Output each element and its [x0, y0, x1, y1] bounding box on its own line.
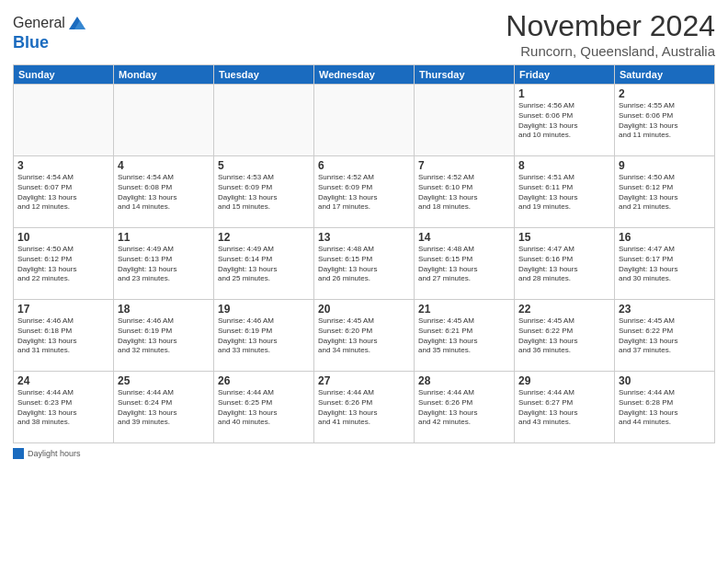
- calendar-header-friday: Friday: [515, 65, 615, 85]
- calendar-day: 15Sunrise: 4:47 AM Sunset: 6:16 PM Dayli…: [515, 228, 615, 300]
- day-number: 26: [218, 374, 310, 387]
- day-number: 5: [218, 159, 310, 172]
- calendar-week-row: 24Sunrise: 4:44 AM Sunset: 6:23 PM Dayli…: [14, 372, 715, 443]
- calendar-day: [415, 85, 515, 156]
- calendar-day: 20Sunrise: 4:45 AM Sunset: 6:20 PM Dayli…: [314, 300, 415, 372]
- calendar-week-row: 3Sunrise: 4:54 AM Sunset: 6:07 PM Daylig…: [14, 156, 715, 228]
- legend-box: [13, 448, 24, 459]
- calendar-day: 2Sunrise: 4:55 AM Sunset: 6:06 PM Daylig…: [615, 85, 715, 156]
- calendar-header-thursday: Thursday: [415, 65, 515, 85]
- title-block: November 2024 Runcorn, Queensland, Austr…: [506, 9, 715, 59]
- calendar-day: 12Sunrise: 4:49 AM Sunset: 6:14 PM Dayli…: [214, 228, 314, 300]
- day-info: Sunrise: 4:52 AM Sunset: 6:09 PM Dayligh…: [318, 173, 410, 213]
- day-info: Sunrise: 4:55 AM Sunset: 6:06 PM Dayligh…: [619, 101, 711, 141]
- legend-label: Daylight hours: [28, 449, 81, 458]
- day-info: Sunrise: 4:48 AM Sunset: 6:15 PM Dayligh…: [418, 245, 510, 284]
- day-number: 17: [17, 303, 109, 316]
- day-number: 20: [318, 303, 410, 316]
- day-info: Sunrise: 4:44 AM Sunset: 6:28 PM Dayligh…: [619, 388, 711, 428]
- day-info: Sunrise: 4:52 AM Sunset: 6:10 PM Dayligh…: [418, 173, 510, 213]
- location: Runcorn, Queensland, Australia: [506, 43, 715, 59]
- day-info: Sunrise: 4:54 AM Sunset: 6:08 PM Dayligh…: [118, 173, 210, 213]
- calendar-day: 19Sunrise: 4:46 AM Sunset: 6:19 PM Dayli…: [214, 300, 314, 372]
- day-number: 22: [518, 303, 610, 316]
- day-info: Sunrise: 4:51 AM Sunset: 6:11 PM Dayligh…: [518, 173, 610, 213]
- day-info: Sunrise: 4:46 AM Sunset: 6:18 PM Dayligh…: [17, 316, 109, 356]
- day-number: 15: [518, 231, 610, 244]
- calendar-day: 21Sunrise: 4:45 AM Sunset: 6:21 PM Dayli…: [415, 300, 515, 372]
- day-info: Sunrise: 4:44 AM Sunset: 6:25 PM Dayligh…: [218, 388, 310, 428]
- day-info: Sunrise: 4:45 AM Sunset: 6:20 PM Dayligh…: [318, 316, 410, 356]
- day-number: 24: [17, 374, 109, 387]
- day-number: 2: [619, 87, 711, 100]
- calendar-week-row: 1Sunrise: 4:56 AM Sunset: 6:06 PM Daylig…: [14, 85, 715, 156]
- calendar-day: [314, 85, 415, 156]
- calendar-day: 6Sunrise: 4:52 AM Sunset: 6:09 PM Daylig…: [314, 156, 415, 228]
- logo-blue-text: Blue: [13, 33, 49, 52]
- calendar-day: 23Sunrise: 4:45 AM Sunset: 6:22 PM Dayli…: [615, 300, 715, 372]
- calendar-header-wednesday: Wednesday: [314, 65, 415, 85]
- calendar-day: 24Sunrise: 4:44 AM Sunset: 6:23 PM Dayli…: [14, 372, 114, 443]
- day-number: 7: [418, 159, 510, 172]
- day-info: Sunrise: 4:45 AM Sunset: 6:21 PM Dayligh…: [418, 316, 510, 356]
- day-number: 16: [619, 231, 711, 244]
- day-number: 12: [218, 231, 310, 244]
- calendar-day: 3Sunrise: 4:54 AM Sunset: 6:07 PM Daylig…: [14, 156, 114, 228]
- calendar-day: 18Sunrise: 4:46 AM Sunset: 6:19 PM Dayli…: [114, 300, 214, 372]
- day-info: Sunrise: 4:49 AM Sunset: 6:14 PM Dayligh…: [218, 245, 310, 284]
- day-info: Sunrise: 4:44 AM Sunset: 6:26 PM Dayligh…: [418, 388, 510, 428]
- day-number: 21: [418, 303, 510, 316]
- day-number: 27: [318, 374, 410, 387]
- day-info: Sunrise: 4:47 AM Sunset: 6:17 PM Dayligh…: [619, 245, 711, 284]
- calendar-day: [214, 85, 314, 156]
- day-info: Sunrise: 4:47 AM Sunset: 6:16 PM Dayligh…: [518, 245, 610, 284]
- month-title: November 2024: [506, 9, 715, 43]
- calendar-day: 9Sunrise: 4:50 AM Sunset: 6:12 PM Daylig…: [615, 156, 715, 228]
- calendar-day: 14Sunrise: 4:48 AM Sunset: 6:15 PM Dayli…: [415, 228, 515, 300]
- day-number: 28: [418, 374, 510, 387]
- day-number: 1: [518, 87, 610, 100]
- day-info: Sunrise: 4:45 AM Sunset: 6:22 PM Dayligh…: [619, 316, 711, 356]
- day-number: 29: [518, 374, 610, 387]
- calendar-day: 10Sunrise: 4:50 AM Sunset: 6:12 PM Dayli…: [14, 228, 114, 300]
- calendar-day: 7Sunrise: 4:52 AM Sunset: 6:10 PM Daylig…: [415, 156, 515, 228]
- calendar-week-row: 10Sunrise: 4:50 AM Sunset: 6:12 PM Dayli…: [14, 228, 715, 300]
- day-info: Sunrise: 4:48 AM Sunset: 6:15 PM Dayligh…: [318, 245, 410, 284]
- day-number: 8: [518, 159, 610, 172]
- calendar-day: 28Sunrise: 4:44 AM Sunset: 6:26 PM Dayli…: [415, 372, 515, 443]
- calendar-day: 11Sunrise: 4:49 AM Sunset: 6:13 PM Dayli…: [114, 228, 214, 300]
- day-number: 30: [619, 374, 711, 387]
- day-info: Sunrise: 4:44 AM Sunset: 6:24 PM Dayligh…: [118, 388, 210, 428]
- calendar-week-row: 17Sunrise: 4:46 AM Sunset: 6:18 PM Dayli…: [14, 300, 715, 372]
- calendar-day: 5Sunrise: 4:53 AM Sunset: 6:09 PM Daylig…: [214, 156, 314, 228]
- day-number: 3: [17, 159, 109, 172]
- calendar-day: 22Sunrise: 4:45 AM Sunset: 6:22 PM Dayli…: [515, 300, 615, 372]
- day-number: 18: [118, 303, 210, 316]
- day-number: 14: [418, 231, 510, 244]
- logo: General Blue: [13, 13, 87, 52]
- day-number: 4: [118, 159, 210, 172]
- day-info: Sunrise: 4:44 AM Sunset: 6:23 PM Dayligh…: [17, 388, 109, 428]
- day-number: 9: [619, 159, 711, 172]
- calendar-day: 4Sunrise: 4:54 AM Sunset: 6:08 PM Daylig…: [114, 156, 214, 228]
- day-number: 23: [619, 303, 711, 316]
- calendar-day: [114, 85, 214, 156]
- calendar-header-tuesday: Tuesday: [214, 65, 314, 85]
- day-number: 13: [318, 231, 410, 244]
- calendar-day: [14, 85, 114, 156]
- calendar-day: 13Sunrise: 4:48 AM Sunset: 6:15 PM Dayli…: [314, 228, 415, 300]
- calendar-day: 25Sunrise: 4:44 AM Sunset: 6:24 PM Dayli…: [114, 372, 214, 443]
- header: General Blue November 2024 Runcorn, Quee…: [13, 9, 715, 59]
- calendar-header-saturday: Saturday: [615, 65, 715, 85]
- day-info: Sunrise: 4:50 AM Sunset: 6:12 PM Dayligh…: [619, 173, 711, 213]
- day-number: 6: [318, 159, 410, 172]
- calendar-day: 17Sunrise: 4:46 AM Sunset: 6:18 PM Dayli…: [14, 300, 114, 372]
- logo-icon: [67, 13, 87, 33]
- page: General Blue November 2024 Runcorn, Quee…: [0, 0, 728, 563]
- calendar-table: SundayMondayTuesdayWednesdayThursdayFrid…: [13, 64, 715, 443]
- day-info: Sunrise: 4:50 AM Sunset: 6:12 PM Dayligh…: [17, 245, 109, 284]
- footer: Daylight hours: [13, 448, 715, 459]
- day-info: Sunrise: 4:54 AM Sunset: 6:07 PM Dayligh…: [17, 173, 109, 213]
- day-number: 25: [118, 374, 210, 387]
- calendar-header-sunday: Sunday: [14, 65, 114, 85]
